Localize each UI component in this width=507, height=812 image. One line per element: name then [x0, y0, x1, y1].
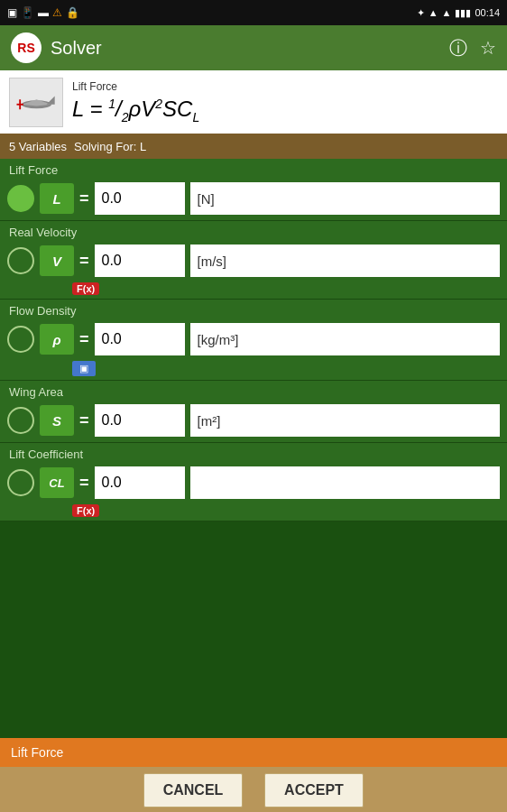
lift-coefficient-radio[interactable]: [7, 469, 34, 496]
wing-area-input[interactable]: [95, 404, 185, 437]
lift-coefficient-unit: [190, 466, 500, 499]
cancel-button[interactable]: CANCEL: [143, 773, 243, 807]
buttons-bar: CANCEL ACCEPT: [0, 767, 507, 812]
lift-force-row: L = [N]: [0, 179, 507, 220]
flow-density-input[interactable]: [95, 323, 185, 355]
star-icon[interactable]: ☆: [480, 37, 496, 59]
lift-force-unit: [N]: [190, 182, 500, 215]
real-velocity-section: Real Velocity V = [m/s] F(x): [0, 221, 507, 300]
accept-button[interactable]: ACCEPT: [264, 773, 364, 807]
time-display: 00:14: [475, 7, 500, 18]
real-velocity-input[interactable]: [95, 245, 185, 277]
wing-area-section: Wing Area S = [m²]: [0, 381, 507, 443]
formula-content: Lift Force L = 1/2ρV2SCL: [72, 80, 498, 125]
variables-count: 5 Variables: [9, 140, 67, 153]
formula-image: [9, 78, 63, 127]
wing-area-label: Wing Area: [0, 381, 507, 401]
flow-density-symbol: ρ: [40, 324, 74, 355]
wing-area-row: S = [m²]: [0, 401, 507, 442]
info-icon[interactable]: ⓘ: [449, 36, 467, 60]
wing-area-equals: =: [79, 411, 89, 430]
flow-density-label: Flow Density: [0, 300, 507, 319]
lift-force-symbol: L: [40, 183, 74, 214]
app-logo: RS: [11, 32, 41, 63]
status-left-icons: ▣ 📱 ▬ ⚠ 🔒: [7, 6, 79, 19]
sim-icon: 📱: [21, 6, 34, 19]
status-right-icons: ✦ ▲ ▲ ▮▮▮ 00:14: [417, 7, 500, 19]
lift-coefficient-badge-row: F(x): [0, 504, 507, 521]
toolbar-icons: ⓘ ☆: [449, 36, 496, 60]
status-bar: ▣ 📱 ▬ ⚠ 🔒 ✦ ▲ ▲ ▮▮▮ 00:14: [0, 0, 507, 25]
lift-force-radio[interactable]: [7, 185, 34, 212]
flow-density-unit: [kg/m³]: [190, 323, 500, 355]
lift-force-label: Lift Force: [0, 159, 507, 179]
screen-icon: ▣: [7, 6, 17, 19]
wing-area-unit: [m²]: [190, 404, 500, 437]
real-velocity-equals: =: [79, 252, 89, 271]
wing-area-radio[interactable]: [7, 407, 34, 434]
bottom-label-bar: Lift Force: [0, 738, 507, 767]
lift-coefficient-input[interactable]: [95, 466, 185, 499]
lift-force-input[interactable]: [95, 182, 185, 215]
bottom-label-text: Lift Force: [11, 745, 63, 760]
flow-density-section: Flow Density ρ = [kg/m³] ▣: [0, 300, 507, 381]
flow-density-radio[interactable]: [7, 326, 34, 353]
lift-coefficient-fx-badge[interactable]: F(x): [72, 504, 99, 517]
lift-coefficient-label: Lift Coefficient: [0, 443, 507, 463]
bar-icon: ▬: [38, 6, 49, 19]
flow-density-badge-row: ▣: [0, 361, 507, 380]
flow-density-blue-badge[interactable]: ▣: [72, 361, 96, 376]
formula-display: L = 1/2ρV2SCL: [72, 97, 498, 125]
lift-coefficient-row: CL =: [0, 463, 507, 504]
lift-force-equals: =: [79, 189, 89, 208]
lift-coefficient-symbol: CL: [40, 467, 74, 498]
wing-area-symbol: S: [40, 405, 74, 436]
formula-panel: Lift Force L = 1/2ρV2SCL: [0, 70, 507, 134]
bluetooth-icon: ✦: [417, 7, 425, 19]
real-velocity-symbol: V: [40, 245, 74, 276]
lift-coefficient-section: Lift Coefficient CL = F(x): [0, 443, 507, 521]
real-velocity-badge-row: F(x): [0, 282, 507, 299]
signal-icon: ▲: [442, 7, 452, 18]
real-velocity-fx-badge[interactable]: F(x): [72, 282, 99, 295]
real-velocity-unit: [m/s]: [190, 245, 500, 277]
real-velocity-radio[interactable]: [7, 247, 34, 274]
lift-force-section: Lift Force L = [N]: [0, 159, 507, 221]
app-icon: 🔒: [66, 6, 79, 19]
wifi-icon: ▲: [429, 7, 438, 18]
flow-density-equals: =: [79, 330, 89, 349]
variables-bar: 5 Variables Solving For: L: [0, 134, 507, 159]
real-velocity-row: V = [m/s]: [0, 241, 507, 282]
solving-for: Solving For: L: [74, 140, 146, 153]
app-title: Solver: [51, 38, 440, 59]
battery-icon: ▮▮▮: [455, 7, 471, 19]
flow-density-row: ρ = [kg/m³]: [0, 319, 507, 361]
app-toolbar: RS Solver ⓘ ☆: [0, 25, 507, 70]
svg-marker-2: [46, 97, 54, 105]
formula-label: Lift Force: [72, 80, 498, 93]
empty-space: [0, 521, 507, 738]
main-content: Lift Force L = [N] Real Velocity V = [m/…: [0, 159, 507, 521]
real-velocity-label: Real Velocity: [0, 221, 507, 241]
lift-coefficient-equals: =: [79, 474, 89, 493]
warning-icon: ⚠: [52, 6, 62, 19]
